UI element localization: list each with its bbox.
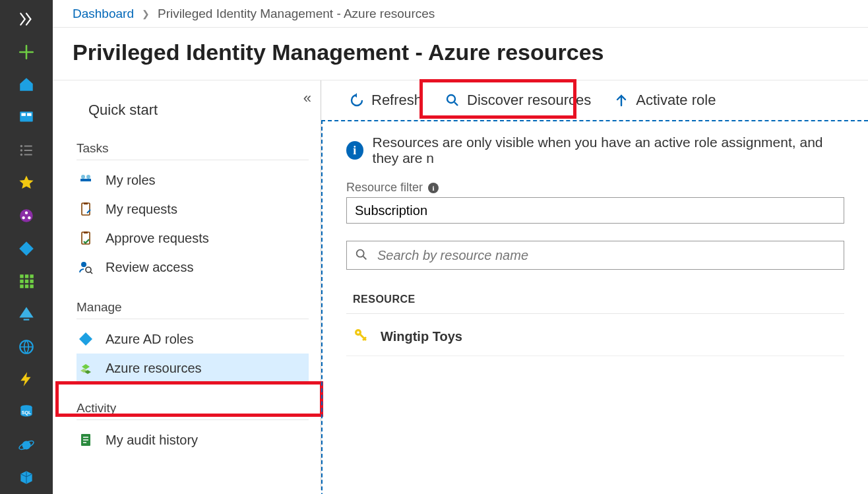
- info-mini-icon[interactable]: i: [428, 183, 439, 193]
- rail-app-services[interactable]: [0, 232, 53, 265]
- svg-point-38: [357, 331, 359, 334]
- nav-my-roles[interactable]: My roles: [77, 166, 309, 195]
- breadcrumb-dashboard-link[interactable]: Dashboard: [73, 7, 134, 21]
- expand-rail-button[interactable]: [0, 3, 53, 36]
- nav-quick-start[interactable]: Quick start: [77, 98, 309, 123]
- section-label-manage: Manage: [77, 300, 309, 319]
- svg-rect-16: [20, 285, 23, 288]
- svg-point-6: [20, 209, 33, 222]
- refresh-label: Refresh: [371, 92, 422, 109]
- nav-my-requests[interactable]: My requests: [77, 195, 309, 224]
- container-icon: [18, 469, 35, 486]
- sql-database-icon: SQL: [18, 404, 35, 421]
- svg-point-5: [20, 153, 22, 155]
- rail-favorites[interactable]: [0, 166, 53, 199]
- rail-all-services[interactable]: [0, 134, 53, 167]
- svg-rect-13: [20, 280, 23, 283]
- info-icon: i: [346, 141, 363, 160]
- svg-rect-28: [82, 203, 90, 215]
- svg-point-7: [25, 211, 28, 214]
- svg-rect-2: [27, 113, 32, 115]
- svg-point-32: [81, 262, 86, 267]
- svg-rect-12: [30, 274, 33, 278]
- column-header-resource[interactable]: RESOURCE: [346, 290, 844, 314]
- nav-item-label: Approve requests: [106, 231, 209, 246]
- roles-icon: [78, 172, 94, 188]
- svg-rect-29: [84, 202, 88, 204]
- rail-resource-groups[interactable]: [0, 199, 53, 232]
- rail-dashboard[interactable]: [0, 101, 53, 134]
- nav-item-label: Azure resources: [106, 361, 202, 376]
- rail-grid[interactable]: [0, 264, 53, 297]
- blade-nav: « Quick start Tasks My roles My requests: [53, 80, 321, 490]
- azure-ad-icon: [78, 331, 94, 347]
- content-selected-area: i Resources are only visible when you ha…: [321, 120, 868, 494]
- resource-filter-input[interactable]: [346, 197, 844, 224]
- rail-virtual-machines[interactable]: [0, 297, 53, 330]
- nav-quick-start-label: Quick start: [88, 102, 158, 119]
- nav-item-label: Review access: [106, 260, 193, 275]
- svg-point-26: [81, 175, 85, 179]
- svg-rect-31: [84, 232, 88, 233]
- chevron-double-right-icon: [18, 11, 35, 28]
- refresh-icon: [349, 92, 365, 108]
- chevron-right-icon: ❯: [142, 9, 150, 19]
- rail-containers[interactable]: [0, 461, 53, 494]
- search-resource-input[interactable]: [346, 241, 844, 270]
- content-pane: Refresh Discover resources Activate role…: [321, 80, 868, 490]
- svg-rect-11: [25, 274, 28, 278]
- rail-cosmos[interactable]: [0, 429, 53, 462]
- discover-resources-button[interactable]: Discover resources: [437, 88, 599, 113]
- arrow-up-icon: [613, 92, 629, 108]
- svg-point-8: [22, 216, 25, 219]
- rail-functions[interactable]: [0, 363, 53, 396]
- svg-rect-14: [25, 280, 28, 283]
- rail-create[interactable]: [0, 36, 53, 69]
- nav-item-label: Azure AD roles: [106, 332, 193, 347]
- breadcrumb-tail: Privileged Identity Management - Azure r…: [158, 7, 435, 21]
- svg-point-27: [86, 175, 90, 179]
- main-region: Dashboard ❯ Privileged Identity Manageme…: [53, 0, 868, 494]
- cosmos-db-icon: [18, 437, 35, 454]
- nav-item-label: My audit history: [106, 433, 198, 448]
- home-icon: [18, 76, 35, 93]
- grid-icon: [18, 272, 35, 290]
- svg-rect-18: [30, 285, 33, 288]
- svg-rect-1: [21, 113, 26, 115]
- nav-approve-requests[interactable]: Approve requests: [77, 224, 309, 253]
- svg-rect-17: [25, 285, 28, 288]
- audit-history-icon: [78, 432, 94, 448]
- resource-row[interactable]: Wingtip Toys: [346, 318, 844, 356]
- rail-home[interactable]: [0, 68, 53, 101]
- svg-point-3: [20, 144, 22, 146]
- azure-resources-icon: [78, 360, 94, 376]
- activate-role-button[interactable]: Activate role: [605, 88, 724, 113]
- list-icon: [18, 142, 35, 159]
- svg-rect-10: [20, 274, 23, 278]
- nav-my-audit-history[interactable]: My audit history: [77, 425, 309, 454]
- person-search-icon: [78, 259, 94, 275]
- rail-network[interactable]: [0, 330, 53, 363]
- star-icon: [18, 174, 35, 191]
- svg-point-36: [357, 250, 364, 257]
- nav-azure-ad-roles[interactable]: Azure AD roles: [77, 324, 309, 354]
- search-icon: [445, 92, 460, 108]
- info-banner-text: Resources are only visible when you have…: [373, 135, 844, 166]
- dashboard-icon: [18, 109, 35, 126]
- breadcrumb: Dashboard ❯ Privileged Identity Manageme…: [53, 0, 868, 28]
- svg-point-33: [86, 267, 91, 272]
- key-icon: [353, 327, 369, 346]
- section-label-activity: Activity: [77, 401, 309, 420]
- nav-azure-resources[interactable]: Azure resources: [77, 354, 309, 383]
- nav-item-label: My roles: [106, 173, 156, 188]
- nav-review-access[interactable]: Review access: [77, 253, 309, 282]
- rail-sql[interactable]: SQL: [0, 396, 53, 429]
- collapse-nav-button[interactable]: «: [303, 90, 311, 107]
- refresh-button[interactable]: Refresh: [341, 88, 430, 113]
- nav-item-label: My requests: [106, 202, 177, 217]
- svg-point-4: [20, 149, 22, 151]
- activate-label: Activate role: [636, 92, 716, 109]
- clipboard-check-icon: [78, 230, 94, 246]
- resource-name: Wingtip Toys: [381, 329, 462, 344]
- resource-filter-label: Resource filter i: [346, 181, 844, 195]
